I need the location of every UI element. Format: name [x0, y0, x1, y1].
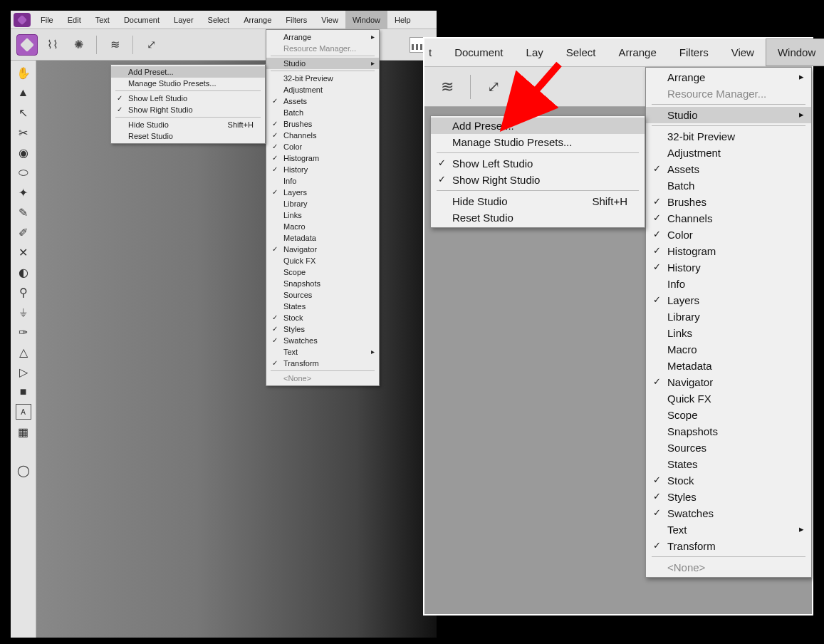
menu-panel-history[interactable]: History — [266, 164, 379, 175]
menu-panel-library[interactable]: Library — [266, 198, 379, 209]
erase-tool-icon[interactable]: ✕ — [16, 244, 31, 260]
heal-tool-icon[interactable]: ✎ — [16, 204, 31, 220]
menu-add-preset[interactable]: Add Preset... — [111, 66, 265, 78]
menu-panel-macro[interactable]: Macro — [646, 341, 811, 358]
paint-tool-icon[interactable]: ✐ — [16, 224, 31, 240]
menu-panel-quick-fx[interactable]: Quick FX — [646, 390, 811, 407]
menu-panel-library[interactable]: Library — [646, 308, 811, 325]
menu-arrange-sub[interactable]: Arrange — [266, 31, 379, 43]
menu-arrange-sub[interactable]: Arrange — [646, 69, 811, 85]
menu-manage-studio-presets[interactable]: Manage Studio Presets... — [111, 78, 265, 89]
stamp-tool-icon[interactable]: ⏚ — [16, 304, 31, 320]
menu-studio[interactable]: Studio — [266, 58, 379, 69]
menu-show-right-studio[interactable]: Show Right Studio — [431, 172, 645, 188]
menu-select[interactable]: Select — [201, 11, 237, 28]
menu-panel-snapshots[interactable]: Snapshots — [646, 423, 811, 440]
menu-panel-histogram[interactable]: Histogram — [266, 152, 379, 164]
menu-panel-batch[interactable]: Batch — [646, 177, 811, 194]
menu-filters[interactable]: Filters — [668, 38, 720, 66]
menu-panel-stock[interactable]: Stock — [266, 312, 379, 323]
menu-view[interactable]: View — [720, 38, 766, 66]
menu-panel-channels[interactable]: Channels — [646, 210, 811, 227]
menu-document[interactable]: Document — [117, 11, 167, 28]
menu-manage-studio-presets[interactable]: Manage Studio Presets... — [431, 134, 645, 150]
menu-show-left-studio[interactable]: Show Left Studio — [431, 155, 645, 172]
menu-fragment[interactable]: t — [424, 38, 443, 66]
menu-add-preset[interactable]: Add Preset... — [431, 118, 645, 134]
menu-window[interactable]: Window — [766, 38, 824, 66]
menu-panel-assets[interactable]: Assets — [266, 95, 379, 107]
rect-tool-icon[interactable]: ■ — [16, 384, 31, 400]
menu-panel-navigator[interactable]: Navigator — [646, 374, 811, 390]
menu-panel-scope[interactable]: Scope — [646, 407, 811, 423]
menu-file[interactable]: File — [33, 11, 61, 28]
menu-panel-styles[interactable]: Styles — [266, 323, 379, 335]
menu-reset-studio[interactable]: Reset Studio — [111, 130, 265, 142]
menu-panel-batch[interactable]: Batch — [266, 107, 379, 118]
menu-resource-manager[interactable]: Resource Manager... — [266, 43, 379, 54]
menu-panel-32-bit-preview[interactable]: 32-bit Preview — [266, 73, 379, 84]
menu-panel-history[interactable]: History — [646, 259, 811, 276]
menu-panel-color[interactable]: Color — [646, 227, 811, 243]
dodge-tool-icon[interactable]: ◐ — [16, 264, 31, 280]
menu-edit[interactable]: Edit — [61, 11, 88, 28]
menu-panel-stock[interactable]: Stock — [646, 472, 811, 489]
develop-persona-icon[interactable]: ✺ — [68, 34, 89, 56]
node-tool-icon[interactable]: ↖ — [16, 105, 31, 120]
menu-panel-sources[interactable]: Sources — [266, 289, 379, 301]
brush-tool-icon[interactable]: ✑ — [16, 324, 31, 340]
color-swatch-icon[interactable]: ◯ — [16, 462, 31, 478]
text-tool-icon[interactable]: A — [16, 404, 31, 420]
menu-resource-manager[interactable]: Resource Manager... — [646, 85, 811, 102]
mesh-tool-icon[interactable]: ▦ — [16, 424, 31, 440]
menu-text[interactable]: Text — [88, 11, 117, 28]
menu-arrange[interactable]: Arrange — [607, 38, 667, 66]
menu-panel-transform[interactable]: Transform — [646, 538, 811, 554]
export-persona-icon[interactable]: ⤢ — [481, 74, 506, 100]
menu-show-left-studio[interactable]: Show Left Studio — [111, 93, 265, 104]
menu-panel-quick-fx[interactable]: Quick FX — [266, 255, 379, 266]
menu-panel-metadata[interactable]: Metadata — [266, 232, 379, 244]
menu-hide-studio[interactable]: Hide StudioShift+H — [431, 193, 645, 209]
menu-layer[interactable]: Lay — [515, 38, 555, 66]
menu-panel-macro[interactable]: Macro — [266, 221, 379, 232]
menu-panel-links[interactable]: Links — [266, 209, 379, 221]
menu-panel-text[interactable]: Text — [266, 346, 379, 358]
picker-tool-icon[interactable]: ⚲ — [16, 284, 31, 300]
tonemap-persona-icon[interactable]: ≋ — [434, 74, 460, 100]
menu-layer[interactable]: Layer — [167, 11, 201, 28]
menu-panel-snapshots[interactable]: Snapshots — [266, 278, 379, 289]
menu-help[interactable]: Help — [387, 11, 418, 28]
menu-panel-info[interactable]: Info — [646, 276, 811, 292]
photo-persona-icon[interactable] — [16, 34, 38, 56]
tonemap-persona-icon[interactable]: ≋ — [104, 34, 125, 56]
menu-document[interactable]: Document — [443, 38, 514, 66]
menu-panel-brushes[interactable]: Brushes — [646, 194, 811, 210]
menu-panel-metadata[interactable]: Metadata — [646, 358, 811, 374]
menu-select[interactable]: Select — [555, 38, 607, 66]
menu-panel-links[interactable]: Links — [646, 325, 811, 341]
flood-tool-icon[interactable]: ◉ — [16, 145, 31, 160]
export-persona-icon[interactable]: ⤢ — [140, 34, 162, 56]
menu-filters[interactable]: Filters — [278, 11, 314, 28]
menu-panel-states[interactable]: States — [646, 456, 811, 472]
move-tool-icon[interactable]: ▲ — [16, 85, 31, 100]
menu-panel-swatches[interactable]: Swatches — [646, 505, 811, 521]
menu-panel-info[interactable]: Info — [266, 175, 379, 187]
menu-view[interactable]: View — [314, 11, 345, 28]
menu-panel-adjustment[interactable]: Adjustment — [266, 84, 379, 95]
liquify-persona-icon[interactable]: ⌇⌇ — [42, 34, 63, 56]
selection-tool-icon[interactable]: ⬭ — [16, 165, 31, 180]
menu-panel-scope[interactable]: Scope — [266, 266, 379, 278]
menu-panel-brushes[interactable]: Brushes — [266, 118, 379, 130]
menu-panel-text[interactable]: Text — [646, 521, 811, 538]
menu-panel-assets[interactable]: Assets — [646, 161, 811, 177]
menu-panel-layers[interactable]: Layers — [646, 292, 811, 308]
menu-panel-navigator[interactable]: Navigator — [266, 244, 379, 255]
pen-tool-icon[interactable]: △ — [16, 344, 31, 360]
menu-show-right-studio[interactable]: Show Right Studio — [111, 104, 265, 115]
menu-panel-adjustment[interactable]: Adjustment — [646, 145, 811, 161]
menu-arrange[interactable]: Arrange — [236, 11, 278, 28]
menu-hide-studio[interactable]: Hide StudioShift+H — [111, 119, 265, 130]
menu-panel-swatches[interactable]: Swatches — [266, 335, 379, 346]
